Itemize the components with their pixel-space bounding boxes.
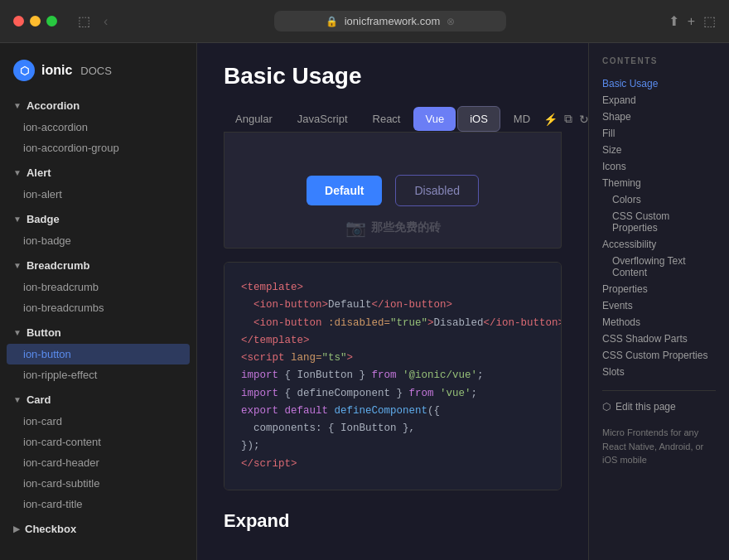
tab-bar: Angular JavaScript React Vue iOS MD ⚡ ⧉ … xyxy=(224,106,562,133)
content-area: Basic Usage Angular JavaScript React Vue… xyxy=(197,43,588,560)
nav-section-card: ▼ Card ion-card ion-card-content ion-car… xyxy=(0,389,196,514)
toc-item-css-shadow-parts[interactable]: CSS Shadow Parts xyxy=(602,331,716,347)
code-line-10: export default defineComponent({ xyxy=(241,403,544,420)
toc-item-expand[interactable]: Expand xyxy=(602,92,716,109)
toc-item-icons[interactable]: Icons xyxy=(602,158,716,175)
checkbox-section-header[interactable]: ▶ Checkbox xyxy=(0,518,196,540)
nav-section-button: ▼ Button ion-button ion-ripple-effect xyxy=(0,321,196,385)
nav-section-alert: ▼ Alert ion-alert xyxy=(0,162,196,205)
toc-item-slots[interactable]: Slots xyxy=(602,364,716,380)
expand-title: Expand xyxy=(224,510,562,532)
brand-docs: DOCS xyxy=(80,65,112,77)
minimize-button[interactable] xyxy=(30,16,41,27)
toc-item-accessibility[interactable]: Accessibility xyxy=(602,236,716,253)
edit-icon: ⬡ xyxy=(602,401,611,413)
toc-item-size[interactable]: Size xyxy=(602,142,716,158)
tab-react[interactable]: React xyxy=(361,107,413,131)
sidebar-item-ion-card-title[interactable]: ion-card-title xyxy=(0,494,196,514)
nav-section-accordion: ▼ Accordion ion-accordion ion-accordion-… xyxy=(0,94,196,158)
badge-section-header[interactable]: ▼ Badge xyxy=(0,208,196,230)
refresh-icon: ⊗ xyxy=(447,16,455,27)
new-tab-button[interactable]: + xyxy=(688,14,695,29)
close-button[interactable] xyxy=(13,16,24,27)
main-layout: ⬡ ionic DOCS ▼ Accordion ion-accordion i… xyxy=(0,43,729,560)
url-pill[interactable]: 🔒 ionicframework.com ⊗ xyxy=(274,11,506,31)
titlebar-actions: ⬆ + ⬚ xyxy=(669,13,716,29)
refresh-icon[interactable]: ↻ xyxy=(579,113,588,126)
toc-item-properties[interactable]: Properties xyxy=(602,281,716,297)
chevron-down-icon: ▼ xyxy=(13,261,22,270)
code-line-13: </script> xyxy=(241,456,544,473)
brand-row: ⬡ ionic DOCS xyxy=(0,53,196,94)
sidebar: ⬡ ionic DOCS ▼ Accordion ion-accordion i… xyxy=(0,43,197,560)
sidebar-item-ion-card-subtitle[interactable]: ion-card-subtitle xyxy=(0,473,196,494)
sidebar-item-ion-accordion[interactable]: ion-accordion xyxy=(0,117,196,138)
tabs-button[interactable]: ⬚ xyxy=(703,13,716,29)
chevron-down-icon: ▼ xyxy=(13,395,22,404)
card-section-header[interactable]: ▼ Card xyxy=(0,389,196,411)
toc-item-overflowing[interactable]: Overflowing Text Content xyxy=(602,253,716,281)
tab-angular[interactable]: Angular xyxy=(224,107,284,131)
sidebar-item-ion-button[interactable]: ion-button xyxy=(7,344,190,364)
demo-disabled-button: Disabled xyxy=(395,175,478,206)
sidebar-item-ion-alert[interactable]: ion-alert xyxy=(0,184,196,205)
right-panel: CONTENTS Basic Usage Expand Shape Fill S… xyxy=(588,43,729,560)
button-section-header[interactable]: ▼ Button xyxy=(0,321,196,344)
badge-label: Badge xyxy=(27,213,60,225)
sidebar-item-ion-accordion-group[interactable]: ion-accordion-group xyxy=(0,138,196,158)
sidebar-item-ion-breadcrumb[interactable]: ion-breadcrumb xyxy=(0,277,196,297)
code-line-2: <ion-button>Default</ion-button> xyxy=(241,297,544,314)
nav-buttons: ⬚ ‹ xyxy=(74,12,112,31)
forward-button[interactable]: ‹ xyxy=(99,12,112,31)
toc-item-fill[interactable]: Fill xyxy=(602,125,716,142)
back-button[interactable]: ⬚ xyxy=(74,12,94,31)
traffic-lights xyxy=(13,16,57,27)
sidebar-item-ion-ripple-effect[interactable]: ion-ripple-effect xyxy=(0,364,196,385)
toc-item-colors[interactable]: Colors xyxy=(602,191,716,208)
brand-logo: ⬡ xyxy=(13,60,35,81)
tab-javascript[interactable]: JavaScript xyxy=(286,107,360,131)
sidebar-item-ion-breadcrumbs[interactable]: ion-breadcrumbs xyxy=(0,297,196,318)
chevron-down-icon: ▼ xyxy=(13,328,22,337)
tab-vue[interactable]: Vue xyxy=(413,107,456,131)
copy-icon[interactable]: ⧉ xyxy=(564,112,572,126)
demo-default-button[interactable]: Default xyxy=(307,176,382,205)
sidebar-item-ion-card-header[interactable]: ion-card-header xyxy=(0,452,196,473)
watermark-text: 那些免费的砖 xyxy=(371,220,441,235)
button-label: Button xyxy=(27,326,61,339)
alert-label: Alert xyxy=(27,167,51,179)
sidebar-item-ion-badge[interactable]: ion-badge xyxy=(0,230,196,251)
breadcrumb-section-header[interactable]: ▼ Breadcrumb xyxy=(0,254,196,277)
toc-item-events[interactable]: Events xyxy=(602,297,716,314)
toc-item-basic-usage[interactable]: Basic Usage xyxy=(602,75,716,92)
toc-item-shape[interactable]: Shape xyxy=(602,109,716,125)
sidebar-item-ion-card-content[interactable]: ion-card-content xyxy=(0,432,196,452)
titlebar: ⬚ ‹ 🔒 ionicframework.com ⊗ ⬆ + ⬚ xyxy=(0,0,729,43)
tab-md[interactable]: MD xyxy=(502,107,542,131)
edit-page-link[interactable]: ⬡ Edit this page xyxy=(602,401,716,413)
edit-page-label: Edit this page xyxy=(616,401,676,413)
card-label: Card xyxy=(27,393,51,406)
checkbox-label: Checkbox xyxy=(25,523,76,535)
code-line-7: import { IonButton } from '@ionic/vue'; xyxy=(241,367,544,384)
nav-section-breadcrumb: ▼ Breadcrumb ion-breadcrumb ion-breadcru… xyxy=(0,254,196,318)
chevron-down-icon: ▼ xyxy=(13,215,22,224)
code-line-6: <script lang="ts"> xyxy=(241,350,544,367)
tab-actions: ⚡ ⧉ ↻ xyxy=(543,112,588,126)
breadcrumb-label: Breadcrumb xyxy=(27,259,90,272)
tab-ios[interactable]: iOS xyxy=(457,106,500,132)
alert-section-header[interactable]: ▼ Alert xyxy=(0,162,196,184)
toc-item-methods[interactable]: Methods xyxy=(602,314,716,331)
accordion-section-header[interactable]: ▼ Accordion xyxy=(0,94,196,117)
toc-item-theming[interactable]: Theming xyxy=(602,175,716,191)
chevron-down-icon: ▼ xyxy=(13,168,22,177)
lightning-icon[interactable]: ⚡ xyxy=(543,113,558,126)
code-line-4: </template> xyxy=(241,332,544,350)
share-button[interactable]: ⬆ xyxy=(669,13,679,29)
toc-item-css-custom-props[interactable]: CSS Custom Properties xyxy=(602,208,716,236)
toc-item-css-custom-props-2[interactable]: CSS Custom Properties xyxy=(602,347,716,364)
sidebar-item-ion-card[interactable]: ion-card xyxy=(0,411,196,432)
fullscreen-button[interactable] xyxy=(46,16,57,27)
address-bar: 🔒 ionicframework.com ⊗ xyxy=(122,11,658,31)
contents-label: CONTENTS xyxy=(602,56,716,65)
